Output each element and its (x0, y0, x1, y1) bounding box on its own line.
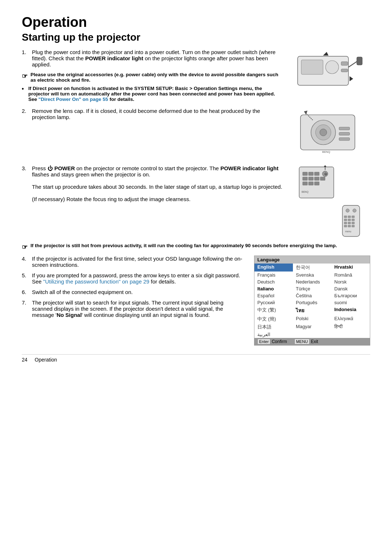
lang-japanese[interactable]: 日本語 (254, 323, 293, 331)
step6-body: Switch all of the connected equipment on… (32, 289, 243, 295)
svg-rect-49 (352, 225, 355, 227)
language-table-footer: Enter Confirm MENU Exit (254, 338, 370, 345)
note3-box: ☞ If the projector is still hot from pre… (22, 243, 370, 251)
lang-chinese-trad[interactable]: 中文 (繁) (254, 306, 293, 315)
note1-icon: ☞ (22, 72, 28, 80)
language-table: Language English 한국어 Hrvatski Français S… (254, 256, 370, 346)
footer-page-num: 24 (22, 357, 28, 363)
lang-indonesia[interactable]: Indonesia (331, 306, 370, 315)
lang-ellinika[interactable]: Ελληνικά (331, 315, 370, 323)
step2-body: Remove the lens cap. If it is closed, it… (32, 108, 283, 120)
lang-confirm-text: Confirm (272, 339, 287, 344)
note2-text: If Direct power on function is activated… (28, 86, 283, 102)
page-footer: 24 Operation (22, 354, 370, 363)
language-grid: English 한국어 Hrvatski Français Svenska Ro… (254, 264, 370, 338)
svg-rect-21 (309, 172, 313, 176)
svg-rect-29 (314, 182, 319, 185)
step7-num: 7. (22, 299, 32, 318)
svg-marker-8 (350, 76, 353, 81)
lang-confirm-group: Enter Confirm (257, 339, 287, 344)
lang-deutsch[interactable]: Deutsch (254, 278, 293, 285)
lang-empty1 (293, 331, 331, 338)
lang-nederlands[interactable]: Nederlands (293, 278, 331, 285)
step3-row: 3. Press ⏻ POWER on the projector or rem… (22, 165, 370, 240)
step1-row: 1. Plug the power cord into the projecto… (22, 49, 370, 105)
lang-russian[interactable]: Русский (254, 299, 293, 306)
lang-portugues[interactable]: Português (293, 299, 331, 306)
svg-point-37 (353, 209, 356, 212)
svg-rect-26 (320, 177, 325, 180)
svg-rect-3 (341, 62, 348, 65)
note2-box: • If Direct power on function is activat… (22, 86, 283, 102)
lang-romana[interactable]: Română (331, 272, 370, 278)
step2-num: 2. (22, 108, 32, 120)
svg-text:⏻: ⏻ (324, 172, 327, 176)
lang-english[interactable]: English (254, 264, 293, 272)
lang-norsk[interactable]: Norsk (331, 278, 370, 285)
lang-suomi[interactable]: suomi (331, 299, 370, 306)
step3-text-col: 3. Press ⏻ POWER on the projector or rem… (22, 165, 290, 207)
lang-thai[interactable]: ไทย (293, 306, 331, 315)
projector-remote-image: menu (296, 204, 365, 240)
projector-frontpanel-image: ⏻ BENQ (296, 165, 365, 201)
note2-bullet: • (22, 86, 28, 102)
lang-polski[interactable]: Polski (293, 315, 331, 323)
step2-item: 2. Remove the lens cap. If it is closed,… (22, 108, 283, 120)
svg-rect-24 (309, 177, 313, 180)
svg-rect-38 (344, 216, 347, 218)
svg-point-2 (326, 61, 339, 74)
svg-text:BENQ: BENQ (302, 191, 309, 193)
lang-svenska[interactable]: Svenska (293, 272, 331, 278)
step1-num: 1. (22, 49, 32, 68)
lang-francais[interactable]: Français (254, 272, 293, 278)
step2-text-col: 2. Remove the lens cap. If it is closed,… (22, 108, 290, 125)
svg-rect-4 (341, 69, 348, 72)
step6-num: 6. (22, 289, 32, 295)
step5-num: 5. (22, 272, 32, 285)
svg-rect-1 (301, 60, 323, 74)
step1-text-col: 1. Plug the power cord into the projecto… (22, 49, 290, 105)
step3-images: ⏻ BENQ (296, 165, 365, 240)
svg-text:menu: menu (345, 230, 351, 233)
lang-chinese-simp[interactable]: 中文 (簡) (254, 315, 293, 323)
lang-espanol[interactable]: Español (254, 292, 293, 299)
steps4-7-section: 4. If the projector is activated for the… (22, 256, 370, 346)
svg-rect-43 (352, 219, 355, 221)
step2-image-col: BENQ (290, 108, 370, 162)
note1-text: Please use the original accessories (e.g… (30, 72, 283, 83)
step3-num: 3. (22, 165, 32, 202)
lang-italiano[interactable]: Italiano (254, 285, 293, 292)
svg-rect-45 (348, 222, 351, 224)
svg-marker-18 (304, 111, 307, 115)
lang-hindi[interactable]: हिन्दी (331, 323, 370, 331)
step7-item: 7. The projector will start to search fo… (22, 299, 243, 318)
menu-button[interactable]: MENU (294, 339, 310, 344)
svg-rect-41 (344, 219, 347, 221)
svg-rect-47 (344, 225, 347, 227)
lang-cestina[interactable]: Čeština (293, 292, 331, 299)
svg-rect-25 (314, 177, 319, 180)
lang-exit-text: Exit (311, 339, 318, 344)
steps4-7-col: 4. If the projector is activated for the… (22, 256, 243, 322)
svg-text:BENQ: BENQ (322, 150, 330, 154)
svg-rect-20 (303, 172, 307, 176)
lang-hrvatski[interactable]: Hrvatski (331, 264, 370, 272)
svg-rect-23 (303, 177, 307, 180)
step4-body: If the projector is activated for the fi… (32, 256, 243, 268)
step1-item: 1. Plug the power cord into the projecto… (22, 49, 283, 68)
svg-point-36 (346, 209, 350, 212)
step3-body: Press ⏻ POWER on the projector or remote… (32, 165, 283, 202)
lang-magyar[interactable]: Magyar (293, 323, 331, 331)
lang-balgarski[interactable]: Български (331, 292, 370, 299)
svg-rect-6 (357, 57, 362, 65)
projector-powercord-image (296, 49, 365, 96)
lang-dansk[interactable]: Dansk (331, 285, 370, 292)
step7-body: The projector will start to search for i… (32, 299, 243, 318)
svg-rect-39 (348, 216, 351, 218)
lang-arabic[interactable]: العربية (254, 331, 293, 338)
lang-empty2 (331, 331, 370, 338)
enter-button[interactable]: Enter (257, 339, 270, 344)
lang-turkce[interactable]: Türkçe (293, 285, 331, 292)
lang-korean[interactable]: 한국어 (293, 264, 331, 272)
password-link[interactable]: "Utilizing the password function" on pag… (43, 278, 150, 285)
